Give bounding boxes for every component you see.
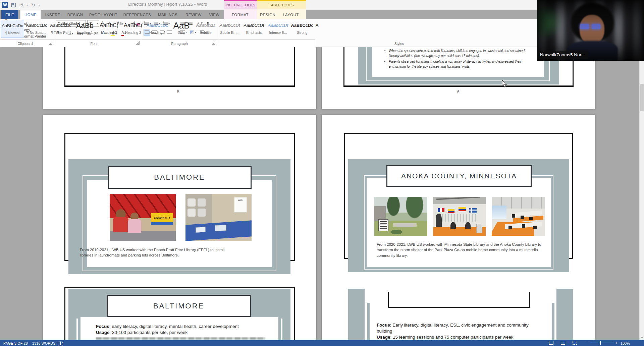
picture-tools-header: PICTURE TOOLS [224,0,257,9]
undo-icon[interactable]: ↺ [19,3,23,7]
word-logo-icon: W [2,2,8,8]
slide-title: BALTIMORE [154,173,205,182]
redo-icon[interactable]: ↻ [31,3,35,7]
slide-title: ANOKA COUNTY, MINNESOTA [401,172,517,180]
focus-line: Focus: early literacy, digital literacy,… [96,324,270,330]
clipboard-dialog-launcher[interactable] [49,41,52,45]
tab-page-layout[interactable]: PAGE LAYOUT [88,10,119,19]
table-tools-header: TABLE TOOLS [257,0,306,9]
usage-line: Usage: 30-100 participants per site, per… [96,330,270,336]
webcam-participant-name: NorwalkZooms5 Nor... [537,51,588,59]
print-layout-button[interactable] [561,341,565,345]
tab-home[interactable]: HOME [20,10,41,19]
slide-title-box: ANOKA COUNTY, MINNESOTA [386,165,532,187]
tab-table-layout[interactable]: LAYOUT [280,10,301,19]
page-7[interactable]: BALTIMORE LAUNDRY CITY [43,115,316,340]
status-bar: PAGE 3 OF 28 1316 WORDS ✗ − + 100% [0,340,644,346]
focus-line: Focus: Early literacy, digital literacy,… [377,322,541,334]
font-group-label: Font [79,42,109,46]
photo-classroom-tables [492,197,545,236]
page-5[interactable]: 5 [43,47,316,109]
paragraph-dialog-launcher[interactable] [212,41,215,45]
customize-qat-icon[interactable]: ▾ [38,4,40,7]
word-application-window: W ↺ ▾ ↻ ▾ Director's Monthly Report 7.10… [0,0,644,346]
title-box-partial-border [388,292,389,308]
usage-line: Usage: 15 learning sessions and 75 compu… [377,334,551,340]
slide-caption: From 2020-2021, LWB US worked with Minne… [377,242,544,258]
slide-bullet-list: When the spaces were paired with librari… [384,48,525,70]
paragraph-group-label: Paragraph [161,42,198,46]
page-number: 5 [177,90,179,94]
laundry-city-sign: LAUNDRY CITY [151,213,173,222]
vertical-scrollbar[interactable]: ▾ [639,61,644,340]
photo-laundry-city-tent: LAUNDRY CITY [110,194,176,241]
webcam-overlay[interactable]: NorwalkZooms5 Nor... [537,0,644,61]
tab-table-design[interactable]: DESIGN [258,10,278,19]
page-indicator[interactable]: PAGE 3 OF 28 [3,341,28,345]
font-dialog-launcher[interactable] [136,41,140,45]
wali-poster: WaLi [234,197,247,213]
tab-file[interactable]: FILE [1,10,18,19]
tab-references[interactable]: REFERENCES [123,10,152,19]
page-number: 6 [457,90,460,94]
styles-group-label: Styles [382,42,416,46]
zoom-in-button[interactable]: + [615,341,618,345]
clipboard-group-label: Clipboard [7,42,44,46]
web-layout-button[interactable] [573,341,577,345]
clipped-text-line [96,337,265,340]
zoom-slider-track[interactable] [591,343,613,343]
document-title: Director's Monthly Report 7.10.25 - Word [101,2,235,7]
photo-laundromat-interior: WaLi [185,194,252,241]
tab-design[interactable]: DESIGN [65,10,85,19]
tab-insert[interactable]: INSERT [43,10,62,19]
save-icon[interactable] [11,3,16,7]
read-mode-button[interactable] [549,341,553,345]
document-canvas[interactable]: 5 When the spaces were paired with libra… [0,47,644,340]
tab-review[interactable]: REVIEW [184,10,203,19]
tab-picture-format[interactable]: FORMAT [229,10,251,19]
scrollbar-thumb[interactable] [640,84,644,111]
word-count[interactable]: 1316 WORDS [32,341,56,345]
slide-title: BALTIMORE [153,302,205,310]
zoom-slider-thumb[interactable] [600,341,601,345]
tab-mailings[interactable]: MAILINGS [156,10,180,19]
slide-caption: From 2019-2021, LWB US worked with the E… [80,247,229,258]
slide-title-box: BALTIMORE [108,166,252,189]
photo-flag-room [433,197,486,236]
undo-dropdown-icon[interactable]: ▾ [26,4,28,7]
page-8[interactable]: ANOKA COUNTY, MINNESOTA [322,115,595,340]
zoom-percentage[interactable]: 100% [621,341,630,345]
scroll-down-arrow[interactable]: ▾ [640,335,644,340]
zoom-out-button[interactable]: − [586,341,589,345]
quick-access-toolbar: W ↺ ▾ ↻ ▾ [2,1,40,9]
photo-park-plaza-outdoor [374,197,427,236]
tab-view[interactable]: VIEW [207,10,222,19]
slide-title-box: BALTIMORE [107,295,251,317]
